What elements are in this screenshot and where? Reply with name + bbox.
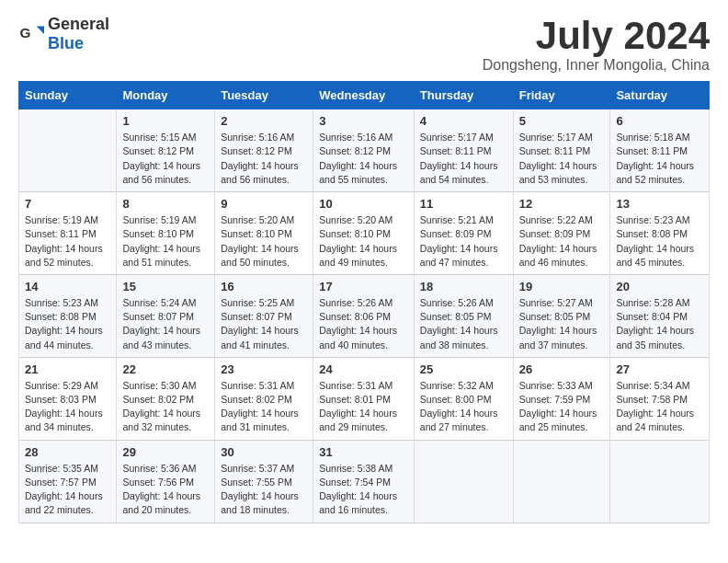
day-number: 14 bbox=[25, 280, 110, 293]
day-cell: 12Sunrise: 5:22 AM Sunset: 8:09 PM Dayli… bbox=[513, 192, 610, 275]
day-cell bbox=[513, 440, 610, 523]
day-info: Sunrise: 5:33 AM Sunset: 7:59 PM Dayligh… bbox=[519, 379, 605, 435]
day-info: Sunrise: 5:30 AM Sunset: 8:02 PM Dayligh… bbox=[122, 379, 209, 435]
day-info: Sunrise: 5:32 AM Sunset: 8:00 PM Dayligh… bbox=[420, 379, 507, 435]
day-info: Sunrise: 5:29 AM Sunset: 8:03 PM Dayligh… bbox=[25, 379, 110, 435]
day-cell: 18Sunrise: 5:26 AM Sunset: 8:05 PM Dayli… bbox=[414, 274, 513, 357]
day-cell: 23Sunrise: 5:31 AM Sunset: 8:02 PM Dayli… bbox=[215, 357, 313, 440]
day-number: 6 bbox=[616, 114, 703, 128]
day-info: Sunrise: 5:21 AM Sunset: 8:09 PM Dayligh… bbox=[420, 213, 507, 270]
day-number: 7 bbox=[25, 197, 110, 211]
day-cell: 10Sunrise: 5:20 AM Sunset: 8:10 PM Dayli… bbox=[313, 192, 415, 275]
day-info: Sunrise: 5:26 AM Sunset: 8:06 PM Dayligh… bbox=[319, 296, 408, 352]
day-cell: 2Sunrise: 5:16 AM Sunset: 8:12 PM Daylig… bbox=[215, 109, 313, 192]
header-cell-wednesday: Wednesday bbox=[313, 82, 415, 109]
day-cell: 26Sunrise: 5:33 AM Sunset: 7:59 PM Dayli… bbox=[513, 357, 610, 440]
day-number: 23 bbox=[221, 362, 307, 376]
title-area: July 2024 Dongsheng, Inner Mongolia, Chi… bbox=[483, 15, 710, 74]
day-cell: 25Sunrise: 5:32 AM Sunset: 8:00 PM Dayli… bbox=[414, 357, 513, 440]
day-info: Sunrise: 5:27 AM Sunset: 8:05 PM Dayligh… bbox=[519, 296, 605, 352]
day-number: 18 bbox=[420, 280, 507, 293]
day-cell: 19Sunrise: 5:27 AM Sunset: 8:05 PM Dayli… bbox=[513, 274, 610, 357]
week-row-2: 7Sunrise: 5:19 AM Sunset: 8:11 PM Daylig… bbox=[19, 192, 710, 275]
day-info: Sunrise: 5:37 AM Sunset: 7:55 PM Dayligh… bbox=[221, 462, 307, 518]
svg-marker-1 bbox=[37, 27, 44, 34]
day-number: 1 bbox=[122, 114, 209, 128]
day-number: 10 bbox=[319, 197, 408, 211]
day-info: Sunrise: 5:25 AM Sunset: 8:07 PM Dayligh… bbox=[221, 296, 307, 352]
day-info: Sunrise: 5:16 AM Sunset: 8:12 PM Dayligh… bbox=[319, 131, 408, 187]
day-number: 29 bbox=[122, 445, 209, 459]
header-row: SundayMondayTuesdayWednesdayThursdayFrid… bbox=[19, 82, 710, 109]
week-row-4: 21Sunrise: 5:29 AM Sunset: 8:03 PM Dayli… bbox=[19, 357, 710, 440]
main-title: July 2024 bbox=[483, 15, 710, 57]
day-cell: 20Sunrise: 5:28 AM Sunset: 8:04 PM Dayli… bbox=[610, 274, 710, 357]
day-info: Sunrise: 5:23 AM Sunset: 8:08 PM Dayligh… bbox=[616, 213, 703, 270]
day-number: 28 bbox=[25, 445, 110, 459]
header-cell-sunday: Sunday bbox=[19, 82, 117, 109]
day-cell: 29Sunrise: 5:36 AM Sunset: 7:56 PM Dayli… bbox=[117, 440, 215, 523]
week-row-3: 14Sunrise: 5:23 AM Sunset: 8:08 PM Dayli… bbox=[19, 274, 710, 357]
day-number: 25 bbox=[420, 362, 507, 376]
day-info: Sunrise: 5:16 AM Sunset: 8:12 PM Dayligh… bbox=[221, 131, 307, 187]
logo-blue: Blue bbox=[48, 34, 84, 52]
day-info: Sunrise: 5:35 AM Sunset: 7:57 PM Dayligh… bbox=[25, 462, 110, 518]
day-cell: 28Sunrise: 5:35 AM Sunset: 7:57 PM Dayli… bbox=[19, 440, 117, 523]
day-number: 24 bbox=[319, 362, 408, 376]
day-info: Sunrise: 5:22 AM Sunset: 8:09 PM Dayligh… bbox=[519, 213, 605, 270]
day-info: Sunrise: 5:38 AM Sunset: 7:54 PM Dayligh… bbox=[319, 462, 408, 518]
day-info: Sunrise: 5:19 AM Sunset: 8:10 PM Dayligh… bbox=[122, 213, 209, 270]
day-cell: 14Sunrise: 5:23 AM Sunset: 8:08 PM Dayli… bbox=[19, 274, 117, 357]
logo: G General Blue bbox=[18, 15, 109, 53]
day-info: Sunrise: 5:26 AM Sunset: 8:05 PM Dayligh… bbox=[420, 296, 507, 352]
day-cell: 16Sunrise: 5:25 AM Sunset: 8:07 PM Dayli… bbox=[215, 274, 313, 357]
day-info: Sunrise: 5:31 AM Sunset: 8:01 PM Dayligh… bbox=[319, 379, 408, 435]
day-number: 20 bbox=[616, 280, 703, 293]
day-info: Sunrise: 5:15 AM Sunset: 8:12 PM Dayligh… bbox=[122, 131, 209, 187]
logo-general: General bbox=[48, 15, 109, 33]
day-number: 30 bbox=[221, 445, 307, 459]
day-number: 27 bbox=[616, 362, 703, 376]
day-info: Sunrise: 5:34 AM Sunset: 7:58 PM Dayligh… bbox=[616, 379, 703, 435]
day-number: 19 bbox=[519, 280, 605, 293]
day-info: Sunrise: 5:28 AM Sunset: 8:04 PM Dayligh… bbox=[616, 296, 703, 352]
day-info: Sunrise: 5:31 AM Sunset: 8:02 PM Dayligh… bbox=[221, 379, 307, 435]
day-info: Sunrise: 5:24 AM Sunset: 8:07 PM Dayligh… bbox=[122, 296, 209, 352]
day-cell: 11Sunrise: 5:21 AM Sunset: 8:09 PM Dayli… bbox=[414, 192, 513, 275]
day-cell: 15Sunrise: 5:24 AM Sunset: 8:07 PM Dayli… bbox=[117, 274, 215, 357]
day-info: Sunrise: 5:36 AM Sunset: 7:56 PM Dayligh… bbox=[122, 462, 209, 518]
day-number: 26 bbox=[519, 362, 605, 376]
day-cell: 1Sunrise: 5:15 AM Sunset: 8:12 PM Daylig… bbox=[117, 109, 215, 192]
header-cell-monday: Monday bbox=[117, 82, 215, 109]
day-cell: 31Sunrise: 5:38 AM Sunset: 7:54 PM Dayli… bbox=[313, 440, 415, 523]
header-cell-saturday: Saturday bbox=[610, 82, 710, 109]
day-cell: 4Sunrise: 5:17 AM Sunset: 8:11 PM Daylig… bbox=[414, 109, 513, 192]
day-number: 2 bbox=[221, 114, 307, 128]
day-number: 12 bbox=[519, 197, 605, 211]
day-number: 15 bbox=[122, 280, 209, 293]
header-cell-friday: Friday bbox=[513, 82, 610, 109]
week-row-1: 1Sunrise: 5:15 AM Sunset: 8:12 PM Daylig… bbox=[19, 109, 710, 192]
header-cell-thursday: Thursday bbox=[414, 82, 513, 109]
subtitle: Dongsheng, Inner Mongolia, China bbox=[483, 57, 710, 74]
day-number: 5 bbox=[519, 114, 605, 128]
day-number: 11 bbox=[420, 197, 507, 211]
day-cell: 6Sunrise: 5:18 AM Sunset: 8:11 PM Daylig… bbox=[610, 109, 710, 192]
day-cell bbox=[610, 440, 710, 523]
day-number: 21 bbox=[25, 362, 110, 376]
day-cell: 17Sunrise: 5:26 AM Sunset: 8:06 PM Dayli… bbox=[313, 274, 415, 357]
day-cell: 13Sunrise: 5:23 AM Sunset: 8:08 PM Dayli… bbox=[610, 192, 710, 275]
day-number: 16 bbox=[221, 280, 307, 293]
day-cell: 7Sunrise: 5:19 AM Sunset: 8:11 PM Daylig… bbox=[19, 192, 117, 275]
day-info: Sunrise: 5:19 AM Sunset: 8:11 PM Dayligh… bbox=[25, 213, 110, 270]
calendar-table: SundayMondayTuesdayWednesdayThursdayFrid… bbox=[18, 81, 710, 523]
day-cell: 9Sunrise: 5:20 AM Sunset: 8:10 PM Daylig… bbox=[215, 192, 313, 275]
day-number: 9 bbox=[221, 197, 307, 211]
day-cell: 5Sunrise: 5:17 AM Sunset: 8:11 PM Daylig… bbox=[513, 109, 610, 192]
day-cell bbox=[414, 440, 513, 523]
day-number: 17 bbox=[319, 280, 408, 293]
day-cell bbox=[19, 109, 117, 192]
day-cell: 22Sunrise: 5:30 AM Sunset: 8:02 PM Dayli… bbox=[117, 357, 215, 440]
day-info: Sunrise: 5:23 AM Sunset: 8:08 PM Dayligh… bbox=[25, 296, 110, 352]
day-cell: 3Sunrise: 5:16 AM Sunset: 8:12 PM Daylig… bbox=[313, 109, 415, 192]
